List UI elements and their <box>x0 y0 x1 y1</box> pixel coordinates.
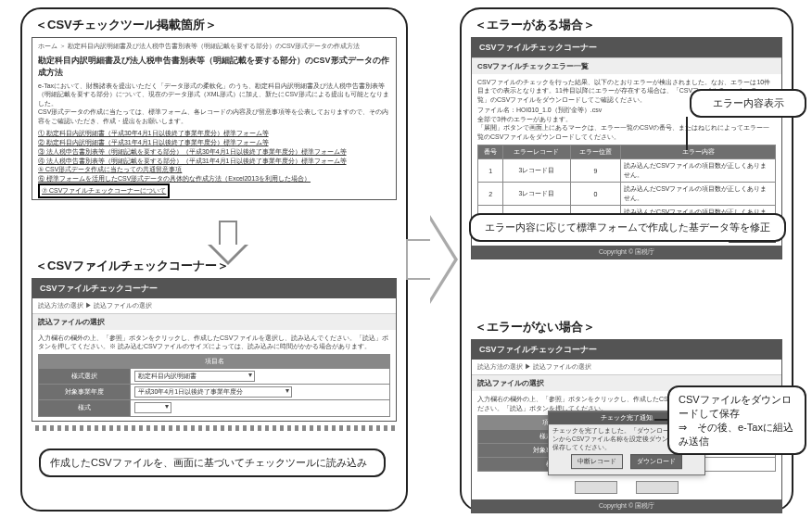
footer-bar: Copyright © 国税庁 <box>472 246 781 259</box>
callout-fix-data: エラー内容に応じて標準フォームで作成した基データ等を修正 <box>469 213 786 242</box>
callout-error-display: エラー内容表示 <box>690 89 806 118</box>
link-list: ① 勘定科目内訳明細書（平成30年4月1日以後終了事業年度分）標準フォーム等 ②… <box>38 129 390 198</box>
step-crumb: 読込方法の選択 ▶ 読込ファイルの選択 <box>32 298 396 313</box>
error-intro-3: 「展開」ボタンで画面上にあるマークは、エラー一覧のCSVの番号、またはねじれによ… <box>477 123 776 141</box>
link-item[interactable]: ④ 法人税申告書別表等（明細記載を要する部分）（平成31年4月1日以後終了事業年… <box>38 157 390 166</box>
err-h: 番号 <box>478 145 503 159</box>
form-value: 平成30年4月1日以後終了事業年度分 <box>130 384 389 399</box>
form-header: 項目名 <box>39 354 390 368</box>
link-item[interactable]: ③ 法人税申告書別表等（明細記載を要する部分）（平成30年4月1日以後終了事業年… <box>38 147 390 157</box>
breadcrumb: ホーム ＞ 勘定科目内訳明細書及び法人税申告書別表等（明細記載を要する部分）のC… <box>38 42 390 51</box>
window-banner: CSVファイルチェックコーナー <box>472 340 781 360</box>
footer-bar: Copyright © 国税庁 <box>472 499 781 512</box>
link-item[interactable]: ⑥ 標準フォームを活用したCSV形式データの具体的な作成方法（Excel2013… <box>38 174 390 183</box>
check-corner-window: CSVファイルチェックコーナー 読込方法の選択 ▶ 読込ファイルの選択 読込ファ… <box>32 278 397 422</box>
subheading: 読込ファイルの選択 <box>32 313 396 330</box>
link-item[interactable]: ⑤ CSV形式データ作成に当たっての共通留意事項 <box>38 165 390 174</box>
input-form-table: 項目名 様式選択 勘定科目内訳明細書 対象事業年度 平成30年4月1日以後終了事… <box>38 354 390 417</box>
leader-line <box>686 117 688 150</box>
form-value: 勘定科目内訳明細書 <box>130 368 389 384</box>
select-form[interactable] <box>134 402 171 413</box>
right-title-error: ＜エラーがある場合＞ <box>475 17 792 33</box>
err-cell: 0 <box>570 183 620 206</box>
err-msg: 読み込んだCSVファイルの項目数が正しくありません。 <box>621 159 776 183</box>
err-h: エラー位置 <box>570 145 620 159</box>
page-heading: 勘定科目内訳明細書及び法人税申告書別表等（明細記載を要する部分）のCSV形式デー… <box>38 55 390 79</box>
right-title-ok: ＜エラーがない場合＞ <box>475 319 792 335</box>
leader-line <box>654 419 667 421</box>
bottom-buttons <box>472 475 781 499</box>
step-crumb: 読込方法の選択 ▶ 読込ファイルの選択 <box>472 360 781 374</box>
window-banner: CSVファイルチェックコーナー <box>32 279 396 298</box>
tool-location-window: ホーム ＞ 勘定科目内訳明細書及び法人税申告書別表等（明細記載を要する部分）のC… <box>32 37 397 200</box>
instructions: 入力欄右の欄外の上、「参照」ボタンをクリックし、作成したCSVファイルを選択し、… <box>38 334 390 351</box>
nav-button[interactable] <box>575 481 617 494</box>
form-value <box>130 399 389 416</box>
err-cell: 1 <box>478 159 503 183</box>
subheading: CSVファイルチェックエラー一覧 <box>472 57 781 74</box>
err-h: エラーレコード <box>503 145 571 159</box>
link-item[interactable]: ① 勘定科目内訳明細書（平成30年4月1日以後終了事業年度分）標準フォーム等 <box>38 129 390 138</box>
form-label: 対象事業年度 <box>39 384 131 399</box>
err-msg: 読み込んだCSVファイルの項目数が正しくありません。 <box>621 183 776 206</box>
intro-para-1: e-Taxにおいて、財務諸表を提出いただく「データ形式の柔軟化」のうち、勘定科目… <box>38 82 390 107</box>
window-banner: CSVファイルチェックコーナー <box>472 38 781 57</box>
err-cell: 9 <box>570 159 620 183</box>
popup-btn-download[interactable]: ダウンロード <box>630 454 682 469</box>
highlighted-link[interactable]: ⑦ CSVファイルチェックコーナーについて <box>38 183 170 198</box>
select-year[interactable]: 平成30年4月1日以後終了事業年度分 <box>134 386 292 398</box>
select-style[interactable]: 勘定科目内訳明細書 <box>134 371 255 382</box>
err-cell: 2 <box>478 183 503 206</box>
form-label: 様式 <box>39 399 131 416</box>
err-cell: 3レコード目 <box>503 183 571 206</box>
torn-edge <box>32 425 397 431</box>
err-h: エラー内容 <box>621 145 776 159</box>
callout-download: CSVファイルをダウンロードして保存 ⇒ その後、e-Taxに組込み送信 <box>667 385 806 455</box>
left-panel: ＜CSVチェックツール掲載箇所＞ ホーム ＞ 勘定科目内訳明細書及び法人税申告書… <box>20 7 408 512</box>
popup-btn-interrupt[interactable]: 中断レコード <box>571 454 623 469</box>
arrow-down-icon <box>208 221 248 271</box>
intro-para-2: CSV形式データの作成に当たっては、標準フォーム、各レコードの内容及び留意事項等… <box>38 107 390 125</box>
callout-left: 作成したCSVファイルを、画面に基づいてチェックツールに読み込み <box>39 449 386 477</box>
nav-button[interactable] <box>636 481 679 494</box>
link-item[interactable]: ② 勘定科目内訳明細書（平成31年4月1日以後終了事業年度分）標準フォーム等 <box>38 138 390 147</box>
left-title-1: ＜CSVチェックツール掲載箇所＞ <box>35 17 406 33</box>
err-cell: 3レコード目 <box>503 159 571 183</box>
form-label: 様式選択 <box>39 368 131 384</box>
arrow-right-icon <box>406 215 460 304</box>
